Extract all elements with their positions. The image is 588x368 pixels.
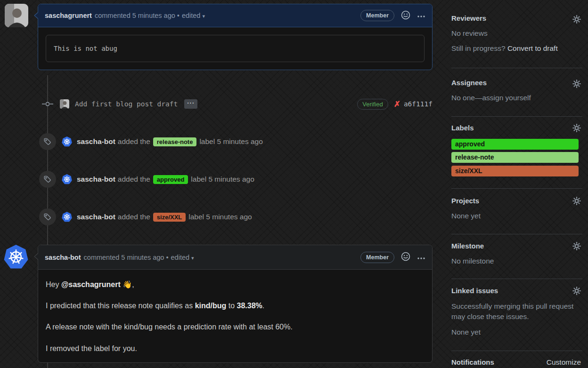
projects-empty: None yet (451, 212, 481, 220)
status-x-icon[interactable]: ✗ (394, 99, 400, 109)
linked-issues-empty: None yet (451, 328, 481, 336)
emoji-reaction-button[interactable] (401, 252, 410, 263)
tag-icon (43, 213, 52, 221)
label-chip[interactable]: release-note (153, 137, 197, 146)
kubernetes-wheel-icon (63, 137, 71, 146)
assignees-settings-button[interactable] (572, 80, 581, 88)
linked-issues-title: Linked issues (451, 287, 498, 295)
commit-expand-button[interactable]: ··· (184, 99, 197, 109)
label-chip[interactable]: approved (153, 175, 188, 184)
event-suffix: label 5 minutes ago (188, 213, 252, 221)
event-author-link[interactable]: sascha-bot (77, 175, 115, 184)
bot-avatar[interactable] (62, 136, 72, 147)
kebab-icon (417, 15, 425, 18)
labels-settings-button[interactable] (572, 124, 581, 132)
person-photo-icon (5, 4, 28, 27)
kebab-menu-button[interactable] (417, 12, 425, 19)
event-icon-circle (39, 171, 56, 188)
gear-icon (572, 287, 581, 295)
edited-dropdown[interactable]: edited▾ (182, 12, 205, 19)
comment-author-link[interactable]: sascha-bot (45, 254, 81, 261)
sidebar-label-size-xxl[interactable]: size/XXL (451, 166, 579, 176)
linked-issues-settings-button[interactable] (572, 287, 581, 295)
kebab-menu-button[interactable] (417, 254, 425, 261)
kubernetes-wheel-icon (6, 247, 26, 267)
convert-to-draft-link[interactable]: Convert to draft (507, 44, 558, 52)
divider (451, 68, 582, 68)
comment-body: Hey @saschagrunert 👋, I predicted that t… (38, 270, 432, 362)
git-commit-icon (42, 100, 53, 108)
verified-badge[interactable]: Verified (357, 99, 388, 110)
chevron-down-icon: ▾ (191, 255, 194, 261)
event-action: added the (118, 137, 150, 146)
commit-sha-link[interactable]: a6f111f (404, 100, 433, 108)
divider (451, 188, 582, 189)
event-action: added the (118, 175, 150, 184)
linked-issues-desc: Successfully merging this pull request m… (451, 301, 575, 322)
comment-sascha-bot: sascha-bot commented 5 minutes ago • edi… (38, 245, 433, 363)
gear-icon (572, 124, 581, 132)
avatar[interactable] (5, 4, 28, 27)
commit-row: Add first blog post draft ··· Verified ✗… (38, 97, 433, 111)
event-author-link[interactable]: sascha-bot (77, 137, 115, 146)
bot-avatar[interactable] (62, 212, 72, 222)
event-icon-circle (39, 208, 56, 225)
divider (451, 351, 582, 351)
commit-message-link[interactable]: Add first blog post draft (75, 100, 178, 108)
comment-header: sascha-bot commented 5 minutes ago • edi… (38, 245, 432, 270)
event-author-link[interactable]: sascha-bot (77, 213, 115, 221)
milestone-settings-button[interactable] (572, 242, 581, 250)
kubernetes-wheel-icon (63, 213, 71, 221)
reviewers-settings-button[interactable] (572, 15, 581, 24)
person-photo-icon (60, 99, 69, 109)
tag-icon (43, 137, 52, 146)
label-event-row: sascha-bot added the size/XXL label 5 mi… (39, 208, 252, 225)
event-icon-circle (39, 133, 56, 150)
projects-settings-button[interactable] (572, 197, 581, 205)
sidebar: Reviewers No reviews Still in progress? … (451, 0, 582, 368)
event-action: added the (118, 213, 150, 221)
gear-icon (572, 80, 581, 88)
emoji-reaction-button[interactable] (401, 10, 410, 21)
labels-title: Labels (451, 124, 474, 132)
comment-paragraph: Hey @saschagrunert 👋, (46, 279, 425, 290)
comment-header: saschagrunert commented 5 minutes ago • … (38, 4, 432, 27)
edited-dropdown[interactable]: edited▾ (171, 254, 194, 261)
assign-yourself-link[interactable]: assign yourself (482, 94, 531, 102)
bot-avatar[interactable] (62, 174, 72, 184)
convert-to-draft-row: Still in progress? Convert to draft (451, 44, 558, 53)
event-suffix: label 5 minutes ago (199, 137, 262, 146)
commit-author-avatar[interactable] (60, 99, 69, 109)
milestone-title: Milestone (451, 242, 484, 250)
notifications-title: Notifications (451, 358, 494, 366)
bot-avatar-large[interactable] (4, 245, 28, 269)
comment-meta: commented 5 minutes ago • (84, 254, 169, 261)
divider (451, 116, 582, 117)
label-chip[interactable]: size/XXL (153, 213, 186, 222)
pull-request-page: saschagrunert commented 5 minutes ago • … (0, 0, 588, 368)
gear-icon (572, 15, 581, 24)
label-event-row: sascha-bot added the approved label 5 mi… (39, 171, 254, 188)
comment-saschagrunert: saschagrunert commented 5 minutes ago • … (38, 4, 433, 70)
sidebar-label-release-note[interactable]: release-note (451, 152, 579, 163)
gear-icon (572, 242, 581, 250)
chevron-down-icon: ▾ (202, 13, 205, 19)
member-badge: Member (360, 252, 394, 263)
kebab-icon (417, 257, 425, 260)
comment-author-link[interactable]: saschagrunert (45, 12, 92, 19)
comment-meta: commented 5 minutes ago • (95, 12, 180, 19)
notifications-customize-link[interactable]: Customize (547, 358, 581, 367)
tag-icon (43, 175, 52, 184)
gear-icon (572, 197, 581, 205)
smiley-icon (401, 10, 410, 20)
mention-link[interactable]: @saschagrunert (61, 280, 121, 288)
wave-emoji: 👋 (121, 280, 132, 288)
sidebar-label-approved[interactable]: approved (451, 139, 579, 150)
comment-paragraph: A release note with the kind/bug needs a… (46, 321, 425, 332)
event-suffix: label 5 minutes ago (191, 175, 254, 184)
comment-body: This is not abug (38, 27, 432, 70)
divider (451, 234, 582, 234)
reviewers-empty: No reviews (451, 29, 488, 38)
divider (451, 279, 582, 279)
assignees-empty: No one—assign yourself (451, 94, 531, 102)
